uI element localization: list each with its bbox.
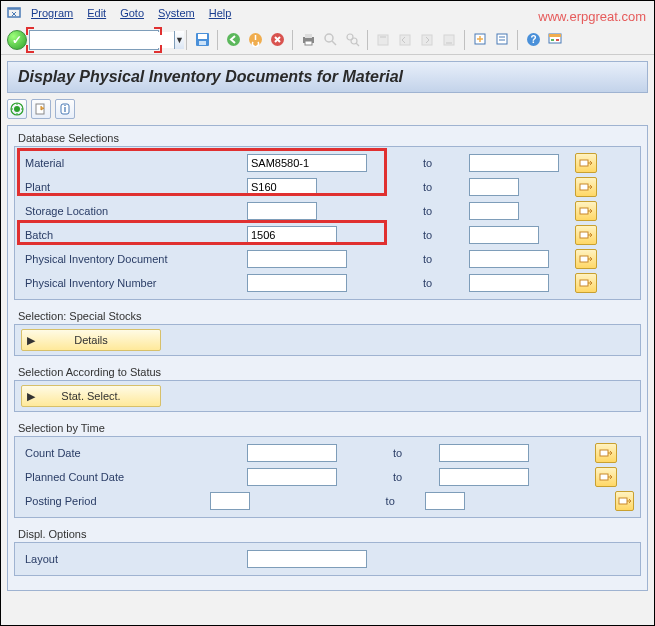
row-pi-document: Physical Inventory Document to [21, 247, 634, 271]
input-plancountdate-to[interactable] [439, 468, 529, 486]
to-label: to [316, 495, 419, 507]
svg-rect-40 [619, 498, 627, 504]
execute-icon[interactable] [7, 99, 27, 119]
back-icon[interactable] [223, 30, 243, 50]
multi-select-countdate[interactable] [595, 443, 617, 463]
command-input[interactable] [30, 32, 174, 48]
input-layout[interactable] [247, 550, 367, 568]
group-title-status: Selection According to Status [14, 364, 641, 380]
group-special-stocks: Selection: Special Stocks ▶ Details [14, 308, 641, 356]
info-icon[interactable]: i [55, 99, 75, 119]
enter-button[interactable]: ✓ [7, 30, 27, 50]
row-pi-number: Physical Inventory Number to [21, 271, 634, 295]
svg-rect-35 [580, 232, 588, 238]
stat-select-button[interactable]: ▶ Stat. Select. [21, 385, 161, 407]
svg-rect-17 [422, 35, 432, 45]
row-storage-location: Storage Location to [21, 199, 634, 223]
menu-goto[interactable]: Goto [114, 5, 150, 21]
input-pperiod-from[interactable] [210, 492, 250, 510]
input-plant-to[interactable] [469, 178, 519, 196]
page-title: Display Physical Inventory Documents for… [18, 68, 637, 86]
input-countdate-to[interactable] [439, 444, 529, 462]
input-pinum-to[interactable] [469, 274, 549, 292]
input-batch-from[interactable] [247, 226, 337, 244]
svg-rect-9 [305, 41, 312, 45]
details-button[interactable]: ▶ Details [21, 329, 161, 351]
multi-select-pinum[interactable] [575, 273, 597, 293]
title-bar: Display Physical Inventory Documents for… [7, 61, 648, 93]
print-icon[interactable] [298, 30, 318, 50]
row-layout: Layout [21, 547, 634, 571]
menu-system[interactable]: System [152, 5, 201, 21]
svg-point-10 [325, 34, 333, 42]
multi-select-sloc[interactable] [575, 201, 597, 221]
next-page-icon [417, 30, 437, 50]
group-time: Selection by Time Count Date to Planned … [14, 420, 641, 518]
svg-line-11 [332, 41, 336, 45]
row-plant: Plant to [21, 175, 634, 199]
label-batch: Batch [21, 229, 241, 241]
input-sloc-to[interactable] [469, 202, 519, 220]
shortcut-icon[interactable] [492, 30, 512, 50]
exit-icon[interactable] [245, 30, 265, 50]
input-sloc-from[interactable] [247, 202, 317, 220]
row-posting-period: Posting Period to [21, 489, 634, 513]
svg-rect-36 [580, 256, 588, 262]
input-pidoc-from[interactable] [247, 250, 347, 268]
group-displ-options: Displ. Options Layout [14, 526, 641, 576]
cancel-icon[interactable] [267, 30, 287, 50]
input-plant-from[interactable] [247, 178, 317, 196]
input-material-to[interactable] [469, 154, 559, 172]
menu-program[interactable]: Program [25, 5, 79, 21]
watermark: www.erpgreat.com [538, 9, 646, 24]
svg-rect-34 [580, 208, 588, 214]
group-status: Selection According to Status ▶ Stat. Se… [14, 364, 641, 412]
content-area: Database Selections Material to Plant to… [7, 125, 648, 591]
expand-icon: ▶ [22, 334, 40, 347]
stat-select-button-label: Stat. Select. [40, 390, 160, 402]
svg-rect-33 [580, 184, 588, 190]
input-pidoc-to[interactable] [469, 250, 549, 268]
find-next-icon [342, 30, 362, 50]
details-button-label: Details [40, 334, 160, 346]
multi-select-batch[interactable] [575, 225, 597, 245]
find-icon [320, 30, 340, 50]
svg-rect-32 [580, 160, 588, 166]
to-label: to [373, 157, 463, 169]
menu-help[interactable]: Help [203, 5, 238, 21]
label-material: Material [21, 157, 241, 169]
label-planned-count-date: Planned Count Date [21, 471, 241, 483]
help-icon[interactable]: ? [523, 30, 543, 50]
menu-edit[interactable]: Edit [81, 5, 112, 21]
label-pi-number: Physical Inventory Number [21, 277, 241, 289]
svg-rect-2 [198, 34, 207, 39]
input-pperiod-to[interactable] [425, 492, 465, 510]
input-countdate-from[interactable] [247, 444, 337, 462]
multi-select-pidoc[interactable] [575, 249, 597, 269]
layout-menu-icon[interactable] [545, 30, 565, 50]
svg-rect-24 [549, 34, 561, 37]
command-field[interactable]: ▼ [29, 30, 159, 50]
label-pi-document: Physical Inventory Document [21, 253, 241, 265]
input-plancountdate-from[interactable] [247, 468, 337, 486]
window-menu-icon[interactable] [5, 4, 23, 22]
svg-rect-25 [551, 39, 554, 41]
new-session-icon[interactable] [470, 30, 490, 50]
group-database-selections: Database Selections Material to Plant to… [14, 130, 641, 300]
prev-page-icon [395, 30, 415, 50]
save-icon[interactable] [192, 30, 212, 50]
row-material: Material to [21, 151, 634, 175]
multi-select-pperiod[interactable] [615, 491, 634, 511]
svg-point-28 [14, 106, 20, 112]
svg-text:?: ? [530, 34, 536, 45]
row-batch: Batch to [21, 223, 634, 247]
get-variant-icon[interactable] [31, 99, 51, 119]
multi-select-material[interactable] [575, 153, 597, 173]
command-dropdown-icon[interactable]: ▼ [174, 31, 184, 49]
input-pinum-from[interactable] [247, 274, 347, 292]
input-material-from[interactable] [247, 154, 367, 172]
svg-rect-38 [600, 450, 608, 456]
multi-select-plancountdate[interactable] [595, 467, 617, 487]
multi-select-plant[interactable] [575, 177, 597, 197]
input-batch-to[interactable] [469, 226, 539, 244]
